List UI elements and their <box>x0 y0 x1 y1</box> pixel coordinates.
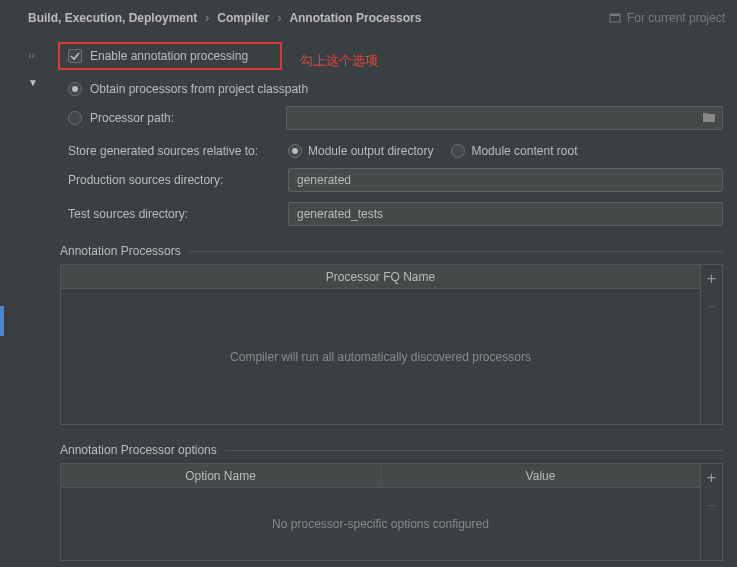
test-dir-label: Test sources directory: <box>68 207 278 221</box>
options-table: Option Name Value No processor-specific … <box>60 463 723 561</box>
remove-processor-button[interactable]: − <box>701 293 722 321</box>
breadcrumb-compiler[interactable]: Compiler <box>217 11 269 25</box>
options-empty-message: No processor-specific options configured <box>61 488 700 560</box>
module-output-radio[interactable]: Module output directory <box>288 144 433 158</box>
project-scope-indicator: For current project <box>609 11 725 25</box>
radio-icon[interactable] <box>68 111 82 125</box>
folder-icon[interactable] <box>702 111 716 126</box>
chevron-right-icon: › <box>205 11 209 25</box>
breadcrumb: Build, Execution, Deployment › Compiler … <box>0 0 737 36</box>
option-value-column[interactable]: Value <box>381 464 700 487</box>
options-section-header: Annotation Processor options <box>60 443 723 457</box>
processors-title: Annotation Processors <box>60 244 181 258</box>
module-content-label: Module content root <box>471 144 577 158</box>
left-gutter: ›› ▼ <box>0 36 50 567</box>
prod-dir-label: Production sources directory: <box>68 173 278 187</box>
prod-sources-row: Production sources directory: generated <box>68 168 723 192</box>
breadcrumb-root[interactable]: Build, Execution, Deployment <box>28 11 197 25</box>
module-output-label: Module output directory <box>308 144 433 158</box>
classpath-radio-row[interactable]: Obtain processors from project classpath <box>68 82 723 96</box>
checkbox-checked-icon[interactable] <box>68 49 82 63</box>
store-sources-row: Store generated sources relative to: Mod… <box>68 144 723 158</box>
project-scope-label: For current project <box>627 11 725 25</box>
processors-table: Processor FQ Name Compiler will run all … <box>60 264 723 425</box>
breadcrumb-leaf: Annotation Processors <box>289 11 421 25</box>
processor-path-radio-row[interactable]: Processor path: <box>68 106 723 130</box>
chevron-right-icon: › <box>277 11 281 25</box>
prod-dir-input[interactable]: generated <box>288 168 723 192</box>
divider <box>225 450 723 451</box>
prod-dir-value: generated <box>297 173 351 187</box>
module-content-radio[interactable]: Module content root <box>451 144 577 158</box>
processor-path-label: Processor path: <box>90 111 278 125</box>
remove-option-button[interactable]: − <box>701 492 722 520</box>
radio-icon[interactable] <box>451 144 465 158</box>
option-name-column[interactable]: Option Name <box>61 464 381 487</box>
radio-selected-icon[interactable] <box>288 144 302 158</box>
selection-indicator <box>0 306 4 336</box>
radio-selected-icon[interactable] <box>68 82 82 96</box>
settings-panel: Enable annotation processing Obtain proc… <box>50 36 731 567</box>
table-header: Processor FQ Name <box>61 265 700 289</box>
project-icon <box>609 12 621 24</box>
test-dir-value: generated_tests <box>297 207 383 221</box>
options-title: Annotation Processor options <box>60 443 217 457</box>
collapse-icon[interactable]: ›› <box>28 50 35 61</box>
processors-empty-message: Compiler will run all automatically disc… <box>61 289 700 424</box>
processor-path-input[interactable] <box>286 106 723 130</box>
tree-expand-icon[interactable]: ▼ <box>28 77 38 88</box>
add-processor-button[interactable]: + <box>701 265 722 293</box>
fq-name-column[interactable]: Processor FQ Name <box>61 265 700 288</box>
classpath-label: Obtain processors from project classpath <box>90 82 308 96</box>
test-dir-input[interactable]: generated_tests <box>288 202 723 226</box>
enable-annotation-checkbox-row[interactable]: Enable annotation processing <box>58 42 282 70</box>
table-header: Option Name Value <box>61 464 700 488</box>
svg-rect-1 <box>610 14 620 16</box>
enable-label: Enable annotation processing <box>90 49 248 63</box>
store-label: Store generated sources relative to: <box>68 144 278 158</box>
divider <box>189 251 723 252</box>
test-sources-row: Test sources directory: generated_tests <box>68 202 723 226</box>
processors-section-header: Annotation Processors <box>60 244 723 258</box>
add-option-button[interactable]: + <box>701 464 722 492</box>
